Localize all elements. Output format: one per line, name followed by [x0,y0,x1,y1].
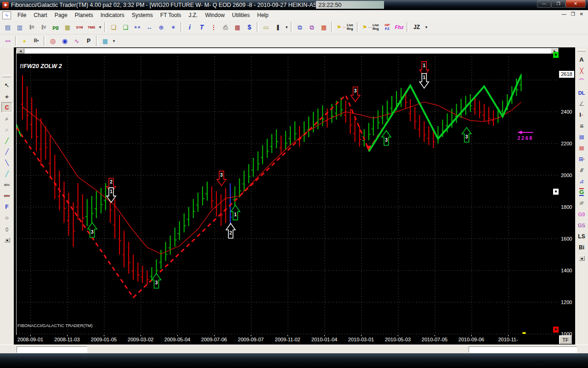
vlines-blue-tool[interactable]: |||| [576,132,587,142]
text-note-button[interactable]: T [196,22,208,33]
print-button[interactable]: ⎙ [220,22,232,33]
add-window-button[interactable]: ❏ [119,22,131,33]
angle-a-tool[interactable]: A [576,54,587,65]
dollar-button[interactable]: $ [243,22,255,33]
menu-chart[interactable]: Chart [30,11,51,20]
trendline-blue-tool[interactable]: ╱ [1,146,12,157]
quote-grid-button[interactable]: ▦ [318,22,330,33]
ephemeris-grid-button[interactable]: ▦ [99,35,111,47]
menu-file[interactable]: File [14,11,30,20]
delete-label-tool[interactable]: abc [1,190,12,201]
pan-button[interactable]: ⊕ [155,22,167,33]
page-window-2-button[interactable]: ⧉ [306,22,318,33]
live-range-red-button[interactable]: ⚑⋯LiveRng [334,22,356,33]
zoom-locked-tool[interactable]: ⌕ [1,124,12,135]
text-label-tool[interactable]: abc [1,179,12,190]
bar-style-dropdown[interactable]: ▾ [284,22,289,33]
y-tick-label: 1600 [561,236,572,242]
calendar-button[interactable]: ▦ [232,22,243,33]
bar-style-button[interactable]: ❚ [272,22,284,33]
live-range-blue-button[interactable]: ⚑⋯LiveRng [360,22,381,33]
minimize-button[interactable]: — [537,0,551,8]
ruler-button[interactable]: ▭ [260,22,272,33]
timeframe-button[interactable]: TF [559,335,572,344]
hlines-tool[interactable]: ≡ [576,121,587,131]
pattern-tool[interactable]: ⊞▪ [576,154,587,164]
vlines-red-tool[interactable]: |||| [576,143,587,153]
magnet-snap-tool[interactable]: C [1,102,12,113]
retrograde-button[interactable]: R• [30,35,42,47]
x-tick [398,335,398,336]
ls-tool[interactable]: LS [576,231,587,242]
mdi-minimize-button[interactable]: — [562,12,566,17]
menu-indicators[interactable]: Indicators [97,11,128,20]
time-button[interactable]: TIME [85,22,97,33]
parallel-tool[interactable]: // [576,165,587,175]
menu-j-z-[interactable]: J.Z. [185,11,201,20]
orbit-circles-button[interactable]: ◎ [47,35,59,47]
impulse-tool[interactable]: I↙ [576,109,587,120]
pointer-tool[interactable]: ↖ [1,80,12,91]
menu-help[interactable]: Help [254,11,272,20]
planet-motion-button[interactable]: ● [18,35,30,47]
new-page-button[interactable]: ▤ [2,22,14,33]
intraday-n-button[interactable]: ∥n [26,22,38,33]
traffic-light-button[interactable]: ⋮ [208,22,220,33]
angle-lines-tool[interactable]: ∠ [576,98,587,109]
ellipse-tool[interactable]: ○ [1,224,12,234]
tools-dropdown[interactable]: ▾ [111,35,117,47]
compress-bars-button[interactable]: ∗∗ [131,22,143,33]
planet-p-button[interactable]: P [83,35,95,47]
menu-systems[interactable]: Systems [128,11,157,20]
jz-button[interactable]: JZ [410,22,424,33]
gann-g-tool[interactable]: G [576,187,587,197]
fan-tool[interactable]: /// [576,198,587,208]
restore-button[interactable]: ❐ [551,0,565,8]
cross-pencils-tool[interactable]: ╳ [576,65,587,76]
sym-button[interactable]: SYM [74,22,85,33]
price-chart[interactable]: 2133312331132268!!FW20 ZOLW 2FIBONACCI/G… [16,51,560,335]
jz-dropdown[interactable]: ▾ [424,22,429,33]
file-dropdown[interactable]: ▾ [97,22,103,33]
g9-tool[interactable]: G9 [576,209,587,219]
cascade-windows-button[interactable]: ❏ [107,22,119,33]
trendline-steep-tool[interactable]: ╲ [1,157,12,168]
wedge-tool[interactable]: ⊿ [576,176,587,186]
info-pointer-button[interactable]: i [184,22,196,33]
menu-utilities[interactable]: Utilities [228,11,254,20]
planet-wheel-button[interactable]: ◉ [59,35,71,47]
menu-planets[interactable]: Planets [71,11,97,20]
expand-bars-button[interactable]: ↔ [143,22,155,33]
intraday-v-button[interactable]: ∥v [38,22,50,33]
trendline-green-tool[interactable]: ╱ [1,135,12,146]
biorhythm-lines-button[interactable]: ≈≈ [2,35,14,47]
dl-tool[interactable]: DL [576,87,587,98]
f-h-z-button[interactable]: Fhz [393,22,405,33]
open-page-button[interactable]: ▥ [14,22,26,33]
close-button[interactable]: ✕ [565,0,586,8]
fibonacci-tool[interactable]: F [1,201,12,212]
menu-ft-tools[interactable]: FT Tools [157,11,185,20]
aspect-lines-button[interactable]: ∿ [71,35,83,47]
page-window-1-button[interactable]: ⧉ [294,22,306,33]
y-tick-label: 2400 [561,109,572,115]
bi-tool[interactable]: Bi [576,242,587,253]
yellow-axis-marker [522,332,526,334]
x-tick [324,335,325,336]
mdi-restore-button[interactable]: ❐ [571,12,575,17]
circle-tool[interactable]: ○ [1,213,12,223]
page-group-button[interactable]: pg [50,22,62,33]
mdi-close-button[interactable]: ✕ [580,12,583,17]
marker-pen-tool[interactable]: ╱ [1,168,12,179]
gs-tool[interactable]: GS [576,220,587,230]
zoom-region-tool[interactable]: ⌕ [1,113,12,124]
arc-tool[interactable]: ⌒ [576,76,587,87]
menu-page[interactable]: Page [51,11,71,20]
zoom-out-bars-button[interactable]: ∗ [167,22,179,33]
hp-fz-button[interactable]: HPFZ [381,22,393,33]
scroll-left-button[interactable]: ◀ [4,237,10,242]
scroll-left-button[interactable]: ◀ [579,256,585,261]
menu-window[interactable]: Window [201,11,228,20]
crosshair-tool[interactable]: + [1,91,12,102]
symbol-window-button[interactable]: ▦ [62,22,74,33]
